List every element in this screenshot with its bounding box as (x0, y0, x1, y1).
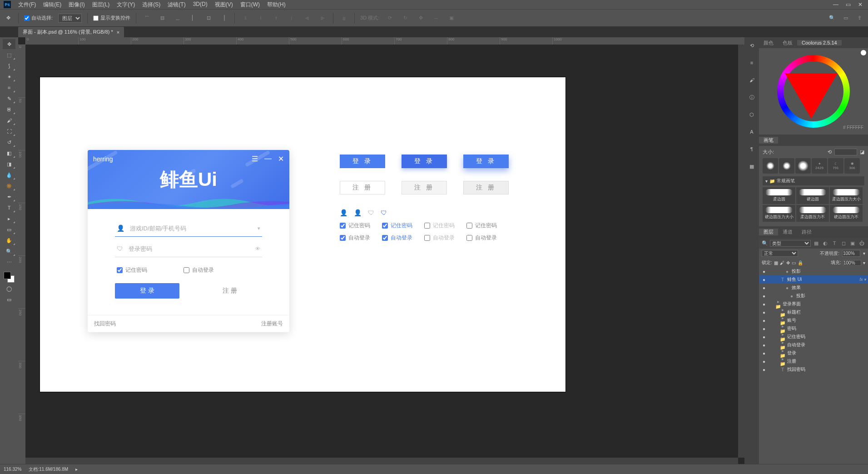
stamp-tool[interactable]: ⛶ (3, 126, 15, 136)
opacity-chevron-icon[interactable]: ▾ (863, 251, 865, 256)
brush-preview-3[interactable] (795, 158, 811, 174)
filter-search-icon[interactable]: 🔍 (762, 240, 768, 246)
vertical-ruler[interactable]: 050100150200250300350400450500550600 (18, 45, 25, 464)
vertical-scrollbar[interactable] (738, 45, 744, 458)
share-icon[interactable]: ⇪ (854, 13, 864, 23)
color-wheel[interactable] (777, 55, 850, 128)
visibility-icon[interactable]: ● (761, 367, 767, 372)
lock-pixels-icon[interactable]: ▦ (774, 260, 778, 265)
layer-item[interactable]: ●▸📁账号 (759, 316, 868, 324)
close-icon[interactable]: ✕ (858, 1, 863, 8)
layer-item[interactable]: ●●效果 (759, 284, 868, 292)
visibility-icon[interactable]: ● (761, 294, 767, 299)
menu-3D(D)[interactable]: 3D(D) (189, 1, 211, 9)
quick-mask-tool[interactable]: ◯ (3, 284, 15, 294)
login-variant-3[interactable]: 登 录 (463, 155, 509, 168)
remember-off-2[interactable]: 记住密码 (466, 222, 497, 230)
auto-select-checkbox[interactable]: 自动选择: (24, 15, 53, 21)
layer-item[interactable]: ●▸📁密码 (759, 324, 868, 333)
heal-tool[interactable]: ⛨ (3, 105, 15, 115)
hand-tool[interactable]: ✋ (3, 235, 15, 245)
brush-item[interactable]: 硬边圆压力不 (830, 205, 863, 222)
auto-login-checkbox[interactable]: 自动登录 (184, 266, 214, 274)
lock-artboard-icon[interactable]: ▭ (792, 260, 796, 265)
brush-preview-6[interactable]: ✺306 (844, 158, 860, 174)
brush-preview-5[interactable]: ☾791 (828, 158, 843, 174)
menu-文字(Y)[interactable]: 文字(Y) (113, 1, 139, 9)
paragraph-panel-icon[interactable]: ¶ (747, 145, 756, 154)
color-tab[interactable]: 颜色 (759, 40, 778, 46)
horizontal-ruler[interactable]: 01002003004005006007008009001000 (25, 37, 744, 45)
layer-item[interactable]: ●▸📁标题栏 (759, 308, 868, 316)
auto-on-1[interactable]: 自动登录 (340, 234, 370, 242)
minimize-icon[interactable]: — (833, 1, 838, 8)
filter-type-select[interactable]: 类型 (770, 240, 811, 247)
coolorus-tab[interactable]: Coolorus 2.5.14 (797, 40, 842, 45)
color-swatch[interactable] (4, 272, 15, 283)
edit-toolbar[interactable]: ⋯ (3, 257, 15, 267)
auto-off-2[interactable]: 自动登录 (466, 234, 497, 242)
swatch-tab[interactable]: 色板 (778, 40, 797, 46)
zoom-level[interactable]: 116.32% (4, 467, 21, 472)
layer-item[interactable]: ●T找回密码 (759, 365, 868, 374)
blend-mode-select[interactable]: 正常 (762, 250, 798, 257)
login-button[interactable]: 登 录 (115, 283, 179, 299)
align-top-icon[interactable]: ⎴ (142, 13, 152, 23)
visibility-icon[interactable]: ● (761, 343, 767, 348)
doc-info[interactable]: 文档:11.6M/186.8M (29, 466, 68, 473)
fill-chevron-icon[interactable]: ▾ (863, 260, 865, 265)
blur-tool[interactable]: 💧 (3, 170, 15, 180)
auto-off-1[interactable]: 自动登录 (424, 234, 455, 242)
brush-panel-icon[interactable]: 🖌 (747, 75, 756, 85)
visibility-icon[interactable]: ● (761, 359, 767, 364)
menu-图层(L)[interactable]: 图层(L) (89, 1, 114, 9)
brush-tab[interactable]: 画笔 (759, 137, 778, 144)
layer-item[interactable]: ●▸📁记住密码 (759, 333, 868, 341)
brush-item[interactable]: 柔边圆压力大小 (830, 187, 863, 204)
filter-shape-icon[interactable]: ◻ (840, 239, 847, 247)
marquee-tool[interactable]: ⬚ (3, 50, 15, 60)
3d-panel-icon[interactable]: ⬡ (747, 110, 756, 119)
brush-group-header[interactable]: ▾ 📁 常规画笔 (763, 176, 864, 185)
maximize-icon[interactable]: ▭ (846, 1, 851, 8)
visibility-icon[interactable]: ● (761, 318, 767, 323)
show-transform-checkbox[interactable]: 显示变换控件 (93, 15, 130, 21)
screen-mode-tool[interactable]: ▭ (3, 294, 15, 304)
align-bottom-icon[interactable]: ⎵ (173, 13, 183, 23)
dodge-tool[interactable]: 🔅 (3, 181, 15, 191)
brush-item[interactable]: 柔边圆压力不 (796, 205, 829, 222)
current-color-icon[interactable] (861, 50, 866, 55)
coolorus-panel[interactable]: # FFFFFF (759, 48, 868, 135)
color-triangle[interactable] (785, 73, 838, 119)
remember-on-2[interactable]: 记住密码 (382, 222, 412, 230)
menu-滤镜(T)[interactable]: 滤镜(T) (164, 1, 189, 9)
canvas[interactable]: herring ☰ — ✕ 鲱鱼Ui 👤 ▾ 🛡 (40, 77, 565, 392)
id-input[interactable] (130, 225, 252, 232)
document-tab[interactable]: 界面 - 副本.psd @ 116% (背景, RGB/8) * × (18, 27, 124, 37)
magic-wand-tool[interactable]: ✶ (3, 72, 15, 82)
visibility-icon[interactable]: ● (761, 326, 767, 331)
login-minimize-icon[interactable]: — (264, 155, 272, 163)
menu-窗口(W)[interactable]: 窗口(W) (237, 1, 263, 9)
filter-type-icon[interactable]: T (831, 239, 838, 247)
fx-badge[interactable]: fx ▾ (859, 277, 866, 282)
hex-value[interactable]: # FFFFFF (843, 125, 863, 130)
visibility-icon[interactable]: ● (761, 351, 767, 356)
menu-文件(F)[interactable]: 文件(F) (15, 1, 40, 9)
search-icon[interactable]: 🔍 (827, 13, 837, 23)
remember-off-1[interactable]: 记住密码 (424, 222, 455, 230)
horizontal-scrollbar[interactable] (25, 458, 738, 464)
filter-pixel-icon[interactable]: ▦ (813, 239, 820, 247)
zoom-tool[interactable]: 🔍 (3, 246, 15, 256)
brush-preview-4[interactable]: ✦2429 (812, 158, 827, 174)
register-variant-3[interactable]: 注 册 (463, 181, 509, 195)
login-close-icon[interactable]: ✕ (278, 155, 284, 163)
login-menu-icon[interactable]: ☰ (252, 155, 258, 163)
remember-checkbox[interactable]: 记住密码 (117, 266, 147, 274)
visibility-icon[interactable]: ● (761, 269, 767, 274)
flip-icon[interactable]: ⟲ (828, 149, 832, 155)
pwd-input[interactable] (129, 245, 250, 252)
workspace-icon[interactable]: ▭ (841, 13, 851, 23)
register-variant-2[interactable]: 注 册 (402, 181, 447, 195)
brush-preview-2[interactable] (779, 158, 794, 174)
